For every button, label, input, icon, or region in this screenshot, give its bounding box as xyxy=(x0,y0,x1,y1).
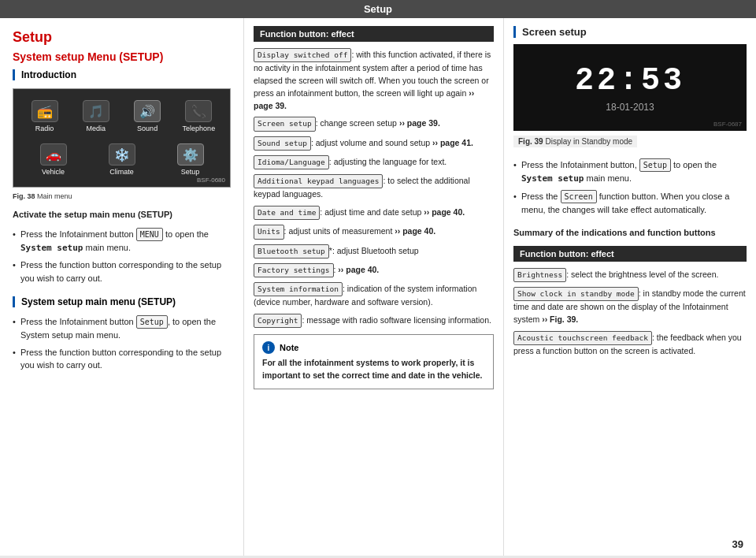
page-number: 39 xyxy=(732,538,743,550)
clock-display: 22:53 xyxy=(575,63,685,99)
func-header-mid: Function button: effect xyxy=(254,26,494,42)
func-acoustic-feedback: Acoustic touchscreen feedback: the feedb… xyxy=(513,331,747,358)
right-bullet2: Press the Screen function button. When y… xyxy=(513,190,747,217)
func-keypad-lang: Additional keypad languages: to select t… xyxy=(254,174,494,201)
func-language: Idioma/Language: adjusting the language … xyxy=(254,155,494,169)
menu-item-telephone[interactable]: 📞 Telephone xyxy=(176,97,222,136)
page-title: Setup xyxy=(13,29,231,46)
right-column: Screen setup 22:53 18-01-2013 BSF-0687 F… xyxy=(504,18,756,556)
bsf-label-1: BSF-0680 xyxy=(197,177,225,184)
page-ref-date: ›› page 40. xyxy=(424,207,465,217)
date-display: 18-01-2013 xyxy=(606,102,654,113)
menu-radio-label: Radio xyxy=(35,125,54,132)
func-factory: Factory settings: ›› page 40. xyxy=(254,263,494,277)
menu-item-radio[interactable]: 📻 Radio xyxy=(21,97,68,136)
intro-heading: Introduction xyxy=(21,69,231,80)
tag-clock-standby: Show clock in standby mode xyxy=(513,287,639,301)
system-setup-heading: System setup main menu (SETUP) xyxy=(21,296,231,307)
note-box: i Note For all the infotainment systems … xyxy=(254,334,494,389)
left-column: Setup System setup Menu (SETUP) Introduc… xyxy=(0,18,244,556)
menu-row1: 📻 Radio 🎵 Media 🔊 Sound 📞 Telephone xyxy=(21,97,222,136)
menu-row2: 🚗 Vehicle ❄️ Climate ⚙️ Setup xyxy=(21,140,222,179)
tag-acoustic: Acoustic touchscreen feedback xyxy=(513,331,652,345)
media-icon: 🎵 xyxy=(83,100,109,122)
func-sound-setup: Sound setup: adjust volume and sound set… xyxy=(254,136,494,151)
fig39-desc: Display in Standby mode xyxy=(545,137,632,146)
menu-button-tag: MENU xyxy=(136,228,163,241)
radio-icon: 📻 xyxy=(32,100,58,122)
menu-climate-label: Climate xyxy=(109,168,134,176)
page-header: Setup xyxy=(0,0,756,18)
climate-icon: ❄️ xyxy=(109,143,135,166)
func-brightness: Brightness: select the brightness level … xyxy=(513,268,747,282)
func-bluetooth: Bluetooth setup*: adjust Bluetooth setup xyxy=(254,244,494,259)
func-clock-standby: Show clock in standby mode: in standby m… xyxy=(513,287,747,326)
bullet-function: Press the function button corresponding … xyxy=(13,259,231,285)
system-setup-code: System setup xyxy=(20,243,83,253)
setup-button-tag: Setup xyxy=(136,315,168,329)
summary-heading-text: Summary of the indications and function … xyxy=(513,228,716,237)
note-text: For all the infotainment systems to work… xyxy=(262,357,485,382)
func-screen-setup: Screen setup: change screen setup ›› pag… xyxy=(254,117,494,131)
vehicle-icon: 🚗 xyxy=(40,143,67,166)
note-label: Note xyxy=(280,343,298,352)
menu-item-climate[interactable]: ❄️ Climate xyxy=(90,140,154,179)
screen-btn-right: Screen xyxy=(561,190,597,203)
menu-item-sound[interactable]: 🔊 Sound xyxy=(124,97,171,136)
sound-icon: 🔊 xyxy=(134,100,161,122)
fig38-number: Fig. 38 xyxy=(13,192,35,200)
tag-display-off: Display switched off xyxy=(254,48,351,62)
func-date-time: Date and time: adjust time and date setu… xyxy=(254,206,494,220)
fig39-ref: ›› Fig. 39. xyxy=(542,314,578,324)
note-icon: i xyxy=(262,341,275,354)
menu-item-vehicle[interactable]: 🚗 Vehicle xyxy=(21,140,85,179)
page-ref-screen: ›› page 39. xyxy=(399,118,440,128)
bullet-setup-func: Press the function button corresponding … xyxy=(13,346,231,372)
menu-sound-label: Sound xyxy=(137,125,158,132)
system-setup-code-right: System setup xyxy=(521,173,584,184)
func-system-info: System information: indication of the sy… xyxy=(254,282,494,309)
menu-vehicle-label: Vehicle xyxy=(42,168,65,176)
note-header: i Note xyxy=(262,341,485,354)
page-ref-factory: ›› page 40. xyxy=(338,265,379,274)
page-ref-units: ›› page 40. xyxy=(395,226,435,236)
menu-item-media[interactable]: 🎵 Media xyxy=(72,97,119,136)
system-setup-section: System setup main menu (SETUP) xyxy=(13,296,231,307)
func-units: Units: adjust units of measurement ›› pa… xyxy=(254,225,494,239)
tag-screen-setup: Screen setup xyxy=(254,117,316,131)
tag-date-time: Date and time xyxy=(254,206,320,220)
header-title: Setup xyxy=(364,3,392,15)
tag-system-info: System information xyxy=(254,282,343,296)
func-header-right: Function button: effect xyxy=(513,246,747,262)
func-copyright: Copyright: message with radio software l… xyxy=(254,314,494,328)
page-ref-display: ›› page 39. xyxy=(254,88,474,110)
menu-telephone-label: Telephone xyxy=(183,125,216,132)
activate-heading-text: Activate the setup main menu (SETUP) xyxy=(13,210,172,219)
fig38-caption: Fig. 38 Main menu xyxy=(13,192,231,200)
menu-item-setup[interactable]: ⚙️ Setup xyxy=(158,140,222,179)
setup-btn-right: Setup xyxy=(639,158,671,172)
section-subtitle: System setup Menu (SETUP) xyxy=(13,50,231,63)
tag-units: Units xyxy=(254,225,284,239)
tag-bluetooth: Bluetooth setup xyxy=(254,244,329,259)
summary-heading: Summary of the indications and function … xyxy=(513,226,747,240)
tag-copyright: Copyright xyxy=(254,314,302,328)
bullet-setup-btn: Press the Infotainment button Setup, to … xyxy=(13,315,231,342)
tag-language: Idioma/Language xyxy=(254,155,329,169)
func-display-switched-off: Display switched off: with this function… xyxy=(254,48,494,112)
middle-column: Function button: effect Display switched… xyxy=(244,18,504,556)
setup-icon: ⚙️ xyxy=(177,143,204,166)
bullet-menu: Press the Infotainment button MENU to op… xyxy=(13,228,231,255)
screen-display: 22:53 18-01-2013 BSF-0687 xyxy=(513,44,747,131)
tag-brightness: Brightness xyxy=(513,268,566,282)
activate-heading: Activate the setup main menu (SETUP) xyxy=(13,208,231,221)
fig39-caption-box: Fig. 39 Display in Standby mode xyxy=(513,136,747,154)
telephone-icon: 📞 xyxy=(185,100,212,122)
fig39-number: Fig. 39 xyxy=(518,137,543,146)
menu-setup-label: Setup xyxy=(181,168,200,176)
tag-factory: Factory settings xyxy=(254,263,334,277)
right-bullet1: Press the Infotainment button, Setup to … xyxy=(513,158,747,186)
bsf-label-2: BSF-0687 xyxy=(713,121,742,128)
intro-section: Introduction xyxy=(13,69,231,80)
menu-media-label: Media xyxy=(87,125,106,132)
